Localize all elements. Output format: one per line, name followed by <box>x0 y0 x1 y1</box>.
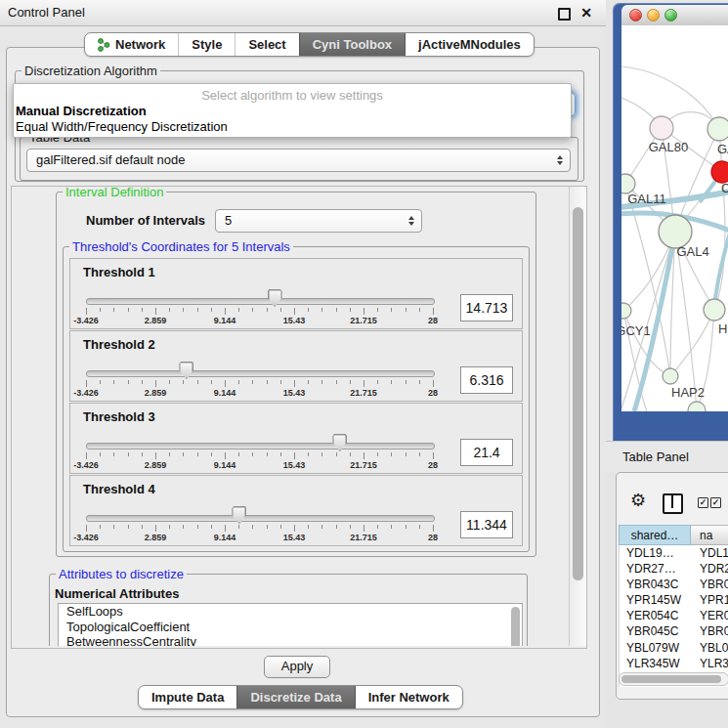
tick-mark <box>238 380 239 384</box>
tab-select[interactable]: Select <box>235 33 298 56</box>
table-cell-name[interactable]: YDR2 <box>691 561 728 577</box>
h-node[interactable] <box>704 299 725 321</box>
tab-impute-data[interactable]: Impute Data <box>139 686 236 708</box>
scrollbar-thumb[interactable] <box>573 207 583 580</box>
tick-mark <box>155 308 156 315</box>
table-column-name: na YDL1YDR2YBR0YPR1YER0YBR0YBL0YLR3YIL0 <box>691 525 728 687</box>
table-cell-name[interactable]: YBL0 <box>691 640 728 656</box>
column-layout-icon[interactable] <box>663 493 683 514</box>
number-of-intervals-combobox[interactable]: 5 <box>215 209 422 233</box>
table-cell-name[interactable]: YLR3 <box>691 656 728 671</box>
gal4-node[interactable] <box>659 215 692 248</box>
dropdown-item-equal-width-frequency[interactable]: Equal Width/Frequency Discretization <box>14 119 571 135</box>
gear-icon[interactable]: ⚙ <box>630 491 646 510</box>
threshold-2-value-field[interactable] <box>460 366 513 394</box>
table-cell-shared-name[interactable]: YPR145W <box>619 592 691 608</box>
table-cell-name[interactable]: YER0 <box>691 608 728 623</box>
tick-mark <box>336 525 337 529</box>
attribute-list-item[interactable]: BetweennessCentrality <box>59 634 522 646</box>
table-cell-name[interactable]: YPR1 <box>691 592 728 608</box>
close-icon[interactable]: ✕ <box>580 4 592 21</box>
table-cell-name[interactable]: YDL1 <box>691 545 728 561</box>
tick-mark <box>419 525 420 529</box>
tick-mark <box>238 308 239 312</box>
green-node-top[interactable] <box>707 117 728 141</box>
threshold-1-value-field[interactable] <box>460 294 513 321</box>
threshold-1-slider-track[interactable] <box>86 298 435 305</box>
hap2-node[interactable] <box>663 368 678 384</box>
tick-mark <box>155 525 156 532</box>
table-cell-name[interactable]: YBR0 <box>691 577 728 592</box>
float-window-icon[interactable] <box>558 8 571 21</box>
tab-jactivemnodules[interactable]: jActiveMNodules <box>405 33 534 56</box>
interval-definition-label: Interval Definition <box>63 187 166 198</box>
tick-mark <box>321 525 322 529</box>
tick-mark <box>197 380 198 384</box>
table-column-shared-name: shared… YDL19…YDR27…YBR043CYPR145WYER054… <box>619 525 691 687</box>
tick-mark <box>364 525 364 532</box>
apply-button[interactable]: Apply <box>264 656 330 678</box>
numerical-attributes-list: SelfLoopsTopologicalCoefficientBetweenne… <box>58 603 523 646</box>
checkbox-icon[interactable]: ✓ <box>710 497 721 508</box>
node-label: GAL4 <box>676 244 708 259</box>
tick-mark <box>406 308 407 312</box>
pink-node[interactable] <box>650 116 673 140</box>
table-cell-shared-name[interactable]: YDR27… <box>619 561 691 577</box>
tick-mark <box>183 452 184 456</box>
table-cell-name[interactable]: YBR0 <box>691 623 728 639</box>
gcy1-node[interactable] <box>621 303 631 319</box>
threshold-2-slider-track[interactable] <box>86 370 435 377</box>
number-of-intervals-label: Number of Intervals <box>86 213 205 228</box>
minimize-traffic-light-icon[interactable] <box>647 9 660 21</box>
close-traffic-light-icon[interactable] <box>629 9 642 21</box>
table-cell-shared-name[interactable]: YBL079W <box>619 640 691 656</box>
tick-label: 21.715 <box>350 460 377 470</box>
slider-tick-labels: -3.4262.8599.14415.4321.71528 <box>86 388 433 399</box>
tab-infer-network[interactable]: Infer Network <box>355 686 462 708</box>
table-cell-shared-name[interactable]: YBR045C <box>619 623 691 639</box>
tab-cyni-toolbox[interactable]: Cyni Toolbox <box>299 33 405 56</box>
table-data-combobox[interactable]: galFiltered.sif default node <box>26 149 571 172</box>
table-cell-shared-name[interactable]: YLR345W <box>619 656 691 671</box>
threshold-4-value-field[interactable] <box>460 511 513 538</box>
tick-mark <box>419 380 420 384</box>
bottom-node[interactable] <box>688 402 706 411</box>
red-node[interactable] <box>711 161 728 183</box>
scrollbar-thumb[interactable] <box>621 675 721 683</box>
threshold-2-panel: Threshold 2 -3.4262.8599.14415.4321.7152… <box>69 330 523 402</box>
zoom-traffic-light-icon[interactable] <box>664 9 677 21</box>
threshold-3-value-field[interactable] <box>460 439 513 466</box>
tick-mark <box>183 308 184 312</box>
table-cell-shared-name[interactable]: YBR043C <box>619 577 691 592</box>
slider-ticks <box>86 525 433 533</box>
attribute-list-item[interactable]: TopologicalCoefficient <box>59 620 522 635</box>
tab-style[interactable]: Style <box>178 33 235 56</box>
column-header-name[interactable]: na <box>691 525 728 545</box>
network-window-titlebar[interactable] <box>621 5 728 26</box>
tick-mark <box>252 380 253 384</box>
network-thick-edge[interactable] <box>714 233 728 308</box>
network-canvas[interactable]: GAL80GACGAL11GAL4GCY1HHAP2 <box>621 25 728 411</box>
settings-vertical-scrollbar[interactable] <box>569 187 586 646</box>
slider-tick-labels: -3.4262.8599.14415.4321.71528 <box>86 533 433 543</box>
tab-network[interactable]: Network <box>85 33 178 56</box>
list-scrollbar-thumb[interactable] <box>511 607 520 646</box>
tick-mark <box>267 380 268 384</box>
table-horizontal-scrollbar[interactable] <box>619 672 728 686</box>
threshold-3-slider-track[interactable] <box>86 443 435 450</box>
gal11-node[interactable] <box>621 174 635 193</box>
bottom-tab-bar: Impute Data Discretize Data Infer Networ… <box>138 685 463 709</box>
tick-mark <box>225 452 226 459</box>
tick-mark <box>252 308 253 312</box>
attributes-group-label: Attributes to discretize <box>56 568 187 580</box>
table-cell-shared-name[interactable]: YER054C <box>619 608 691 623</box>
tick-mark <box>308 525 309 529</box>
dropdown-item-manual-discretization[interactable]: Manual Discretization <box>14 104 571 119</box>
checkbox-icon[interactable]: ✓ <box>698 497 708 508</box>
table-cell-shared-name[interactable]: YDL19… <box>619 545 691 561</box>
column-header-shared[interactable]: shared… <box>619 525 691 545</box>
tab-discretize-data[interactable]: Discretize Data <box>236 686 354 708</box>
tick-mark <box>350 380 351 384</box>
threshold-4-slider-track[interactable] <box>86 515 435 522</box>
attribute-list-item[interactable]: SelfLoops <box>59 604 522 620</box>
